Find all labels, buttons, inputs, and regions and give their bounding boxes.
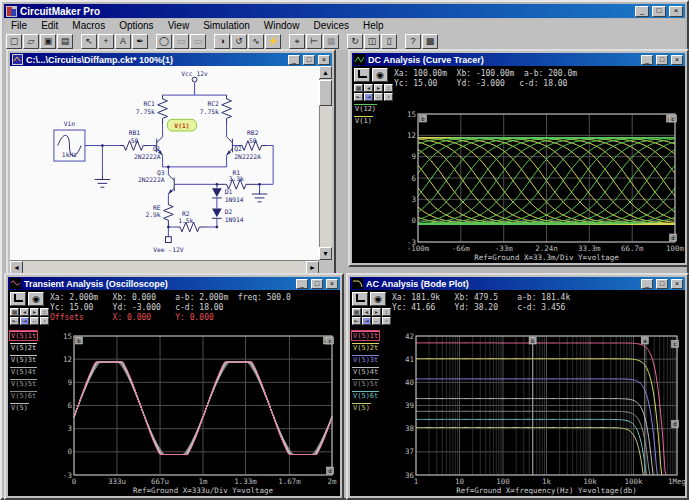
legend-item-V51t[interactable]: V(5)1t (352, 331, 379, 340)
zoom-out-icon[interactable]: ▭ (190, 34, 206, 49)
legend-item-V53t[interactable]: V(5)3t (10, 355, 37, 364)
ac-close-button[interactable]: × (671, 279, 683, 289)
scope-control-button[interactable]: ◂ (362, 308, 371, 316)
app-minimize-button[interactable]: _ (635, 6, 649, 17)
dc-titlebar[interactable]: DC Analysis (Curve Tracer) _ □ × (352, 53, 685, 66)
schematic-canvas[interactable]: Vcc 12vRC17.75kRC27.75kV(1)RB150RB250Vin… (10, 66, 319, 260)
grid-toggle-icon[interactable]: ▦ (323, 34, 339, 49)
scope-control-button[interactable]: ⇤ (10, 317, 19, 325)
transient-maximize-button[interactable]: □ (311, 279, 323, 289)
plot-area-icon[interactable] (352, 292, 368, 306)
scope-control-button[interactable]: ▸ (374, 84, 383, 92)
connection-tool-icon[interactable]: ⊢ (306, 34, 322, 49)
select-tool-icon[interactable]: ↖ (81, 34, 97, 49)
transient-minimize-button[interactable]: _ (296, 279, 308, 289)
run-simulation-icon[interactable]: ⚡ (265, 34, 281, 49)
open-file-icon[interactable]: ▱ (23, 34, 39, 49)
device-library-icon[interactable]: ▩ (422, 34, 438, 49)
scope-control-button[interactable]: ⇥ (362, 317, 371, 325)
legend-item-V1[interactable]: V(1) (354, 116, 373, 125)
transistor-q2[interactable] (227, 137, 233, 155)
schematic-titlebar[interactable]: C:\...\Circuits\Diffamp.ckt* 100%(1) _ □… (10, 53, 332, 66)
vee-terminal[interactable] (165, 237, 171, 243)
ac-titlebar[interactable]: AC Analysis (Bode Plot) _ □ × (350, 277, 685, 290)
scope-control-button[interactable]: ⇤ (354, 93, 363, 101)
schematic-close-button[interactable]: × (318, 55, 330, 65)
legend-item-V56t[interactable]: V(5)6t (10, 391, 37, 400)
zoom-in-icon[interactable]: ▭ (173, 34, 189, 49)
new-file-icon[interactable]: ▢ (6, 34, 22, 49)
save-file-icon[interactable]: ▣ (40, 34, 56, 49)
vscroll-thumb[interactable] (319, 80, 332, 106)
clipboard-tool-icon[interactable]: ▯ (381, 34, 397, 49)
print-icon[interactable]: ▤ (57, 34, 73, 49)
scope-control-button[interactable]: ⇤ (352, 317, 361, 325)
wire-tool-icon[interactable]: + (98, 34, 114, 49)
scroll-up-icon[interactable]: ▲ (319, 66, 332, 79)
legend-item-V5[interactable]: V(5) (10, 403, 29, 412)
menu-item-file[interactable]: File (4, 20, 34, 31)
transistor-q3[interactable] (168, 175, 174, 194)
scope-control-button[interactable]: ↕ (382, 308, 391, 316)
scope-control-button[interactable]: ▦ (354, 84, 363, 92)
scope-control-button[interactable]: ↔ (372, 317, 381, 325)
scope-control-button[interactable]: ▫ (384, 93, 393, 101)
eye-icon[interactable]: ◉ (28, 292, 44, 306)
eye-icon[interactable]: ◉ (370, 292, 386, 306)
diode-d1[interactable] (212, 188, 222, 198)
rotate-tool-icon[interactable]: ◑ (214, 34, 230, 49)
legend-item-V54t[interactable]: V(5)4t (352, 367, 379, 376)
menu-item-devices[interactable]: Devices (306, 20, 356, 31)
transient-plot[interactable]: 15129630-30333u667u1m1.33m1.67m2mRef=Gro… (52, 330, 340, 496)
menu-item-macros[interactable]: Macros (65, 20, 112, 31)
legend-item-V51t[interactable]: V(5)1t (10, 331, 37, 340)
help-icon[interactable]: ? (405, 34, 421, 49)
menu-item-edit[interactable]: Edit (34, 20, 65, 31)
zoom-tool-icon[interactable]: ◯ (156, 34, 172, 49)
scroll-down-icon[interactable]: ▼ (319, 247, 332, 260)
dc-minimize-button[interactable]: _ (641, 55, 653, 65)
mirror-tool-icon[interactable]: ↺ (231, 34, 247, 49)
eye-icon[interactable]: ◉ (372, 68, 388, 82)
scope-control-button[interactable]: ↔ (374, 93, 383, 101)
scope-control-button[interactable]: ▸ (30, 308, 39, 316)
pen-tool-icon[interactable]: ✒ (132, 34, 148, 49)
legend-item-V53t[interactable]: V(5)3t (352, 355, 379, 364)
dc-maximize-button[interactable]: □ (656, 55, 668, 65)
schematic-maximize-button[interactable]: □ (303, 55, 315, 65)
menu-item-help[interactable]: Help (356, 20, 391, 31)
scope-control-button[interactable]: ↔ (30, 317, 39, 325)
schematic-horizontal-scrollbar[interactable]: ◄ ► (10, 260, 319, 273)
dc-close-button[interactable]: × (671, 55, 683, 65)
app-maximize-button[interactable]: □ (652, 6, 666, 17)
legend-item-V55t[interactable]: V(5)5t (352, 379, 379, 388)
probe-tool-icon[interactable]: ⌖ (289, 34, 305, 49)
menu-item-view[interactable]: View (161, 20, 197, 31)
vcc-terminal[interactable] (192, 77, 197, 82)
menu-item-options[interactable]: Options (112, 20, 160, 31)
schematic-vertical-scrollbar[interactable]: ▲ ▼ (319, 66, 332, 260)
dc-plot[interactable]: 15129630-3-100m-66m-33m2.24n33.3m66.7m10… (396, 108, 685, 263)
scope-control-button[interactable]: ◂ (20, 308, 29, 316)
legend-item-V56t[interactable]: V(5)6t (352, 391, 379, 400)
ac-plot[interactable]: 424140393837361101001k10k100k1MegRef=Gro… (394, 330, 685, 496)
step-tool-icon[interactable]: ↻ (347, 34, 363, 49)
legend-item-V12[interactable]: V(12) (354, 104, 377, 113)
legend-item-V5[interactable]: V(5) (352, 403, 371, 412)
scope-control-button[interactable]: ↕ (40, 308, 49, 316)
menu-item-window[interactable]: Window (257, 20, 307, 31)
search-tool-icon[interactable]: ◫ (364, 34, 380, 49)
plot-area-icon[interactable] (10, 292, 26, 306)
plot-area-icon[interactable] (354, 68, 370, 82)
legend-item-V52t[interactable]: V(5)2t (10, 343, 37, 352)
text-tool-icon[interactable]: A (115, 34, 131, 49)
scope-control-button[interactable]: ▦ (352, 308, 361, 316)
schematic-minimize-button[interactable]: _ (288, 55, 300, 65)
ac-maximize-button[interactable]: □ (656, 279, 668, 289)
app-close-button[interactable]: × (669, 6, 683, 17)
scope-control-button[interactable]: ⇥ (20, 317, 29, 325)
scope-control-button[interactable]: ▫ (40, 317, 49, 325)
transient-titlebar[interactable]: Transient Analysis (Oscilloscope) _ □ × (8, 277, 340, 290)
scope-control-button[interactable]: ◂ (364, 84, 373, 92)
scope-control-button[interactable]: ▫ (382, 317, 391, 325)
